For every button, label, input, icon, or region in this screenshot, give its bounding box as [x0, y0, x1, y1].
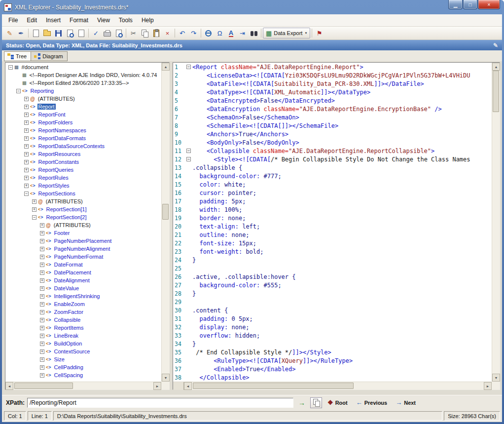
expand-toggle[interactable]: +: [24, 168, 29, 172]
menu-item-format[interactable]: Format: [65, 15, 93, 26]
goto-column-icon[interactable]: ⇥: [237, 28, 248, 39]
tree-node[interactable]: +<>PageNumberFormat: [5, 253, 161, 261]
tree-node[interactable]: +<>ReportNamespaces: [5, 126, 161, 134]
scroll-up-button[interactable]: ▲: [492, 63, 500, 71]
expand-toggle[interactable]: +: [40, 239, 44, 243]
collapse-toggle[interactable]: −: [16, 89, 21, 93]
save-icon[interactable]: [53, 28, 64, 39]
tree-node[interactable]: +<>ReportDataFormats: [5, 134, 161, 142]
scroll-track[interactable]: [13, 382, 153, 389]
tree-node[interactable]: +<>ReportStyles: [5, 182, 161, 190]
expand-toggle[interactable]: +: [40, 223, 44, 228]
tree-horizontal-scrollbar[interactable]: ◄ ►: [5, 382, 161, 389]
data-export-button[interactable]: ▦Data Export▼: [263, 28, 310, 39]
tree-node[interactable]: +<>PageNumberAlignment: [5, 245, 161, 253]
menu-item-insert[interactable]: Insert: [41, 15, 65, 26]
expand-toggle[interactable]: +: [40, 278, 44, 283]
cut-icon[interactable]: ✂: [128, 28, 139, 39]
tree-node[interactable]: +<>Collapsible: [5, 316, 161, 324]
print-icon[interactable]: [102, 28, 113, 39]
menu-item-file[interactable]: File: [4, 15, 22, 26]
tree-node[interactable]: +<>Size: [5, 355, 161, 363]
copy-icon[interactable]: [139, 28, 150, 39]
scroll-left-button[interactable]: ◄: [5, 382, 13, 390]
scroll-right-button[interactable]: ►: [484, 382, 492, 390]
expand-toggle[interactable]: +: [24, 176, 29, 180]
copy-xpath-button[interactable]: [310, 397, 322, 408]
tree-node[interactable]: +<>ReportFont: [5, 111, 161, 118]
validate-icon[interactable]: ✓: [90, 28, 102, 39]
xpath-go-button[interactable]: →: [296, 397, 308, 408]
tree-node[interactable]: +<>CellSpacing: [5, 371, 161, 379]
title-bar[interactable]: XML Explorer - Suitability_Investments.d…: [0, 0, 504, 14]
expand-toggle[interactable]: +: [40, 302, 44, 307]
expand-toggle[interactable]: +: [40, 334, 44, 338]
xpath-input[interactable]: [27, 398, 293, 408]
page-preview-icon[interactable]: [64, 28, 75, 39]
expand-toggle[interactable]: +: [40, 270, 44, 275]
close-button[interactable]: ×: [478, 0, 500, 9]
scroll-thumb[interactable]: [14, 383, 73, 389]
minimize-button[interactable]: ▁: [448, 0, 463, 9]
editor-horizontal-scrollbar[interactable]: ◄ ►: [173, 382, 492, 389]
expand-toggle[interactable]: +: [24, 152, 29, 156]
tree-node[interactable]: +<>ReportSection[1]: [5, 205, 161, 213]
fold-toggle[interactable]: −: [186, 157, 191, 161]
web-browser-icon[interactable]: [203, 28, 214, 39]
tree-node[interactable]: +<>DatePlacement: [5, 269, 161, 276]
delete-icon[interactable]: ×: [162, 28, 173, 39]
tree-node[interactable]: +<>DateAlignment: [5, 276, 161, 284]
find-icon[interactable]: [248, 28, 259, 39]
tree-vertical-scrollbar[interactable]: ▲ ▼: [161, 63, 169, 382]
tree-node[interactable]: +<>ReportDataSourceContexts: [5, 142, 161, 150]
collapse-toggle[interactable]: −: [24, 192, 29, 196]
maximize-button[interactable]: □: [463, 0, 477, 9]
scroll-track[interactable]: [162, 71, 169, 374]
scroll-down-button[interactable]: ▼: [492, 374, 500, 382]
pen-icon[interactable]: ✒: [15, 28, 27, 39]
tree-node[interactable]: +<>Footer: [5, 229, 161, 237]
tree-view[interactable]: −▤#document▤<!--Report Designer AJE Indi…: [5, 63, 161, 382]
scroll-track[interactable]: [192, 382, 484, 389]
undo-icon[interactable]: ↶: [177, 28, 188, 39]
expand-toggle[interactable]: +: [24, 120, 29, 125]
tree-node[interactable]: −<>Reporting: [5, 87, 161, 95]
root-button[interactable]: ❖ Root: [324, 399, 351, 406]
paste-icon[interactable]: [150, 28, 162, 39]
expand-toggle[interactable]: +: [40, 310, 44, 314]
tree-node[interactable]: +<>CellPadding: [5, 363, 161, 371]
fold-toggle[interactable]: −: [186, 149, 191, 153]
tree-node[interactable]: +<>ReportRules: [5, 174, 161, 182]
redo-icon[interactable]: ↷: [188, 28, 199, 39]
expand-toggle[interactable]: +: [40, 365, 44, 370]
expand-toggle[interactable]: +: [40, 357, 44, 362]
scroll-thumb[interactable]: [193, 383, 354, 389]
expand-toggle[interactable]: +: [24, 136, 29, 141]
report-designer-icon[interactable]: ✎: [4, 28, 15, 39]
special-characters-icon[interactable]: Ω: [214, 28, 225, 39]
tab-diagram[interactable]: Diagram: [31, 51, 68, 61]
expand-toggle[interactable]: +: [40, 231, 44, 235]
tree-node[interactable]: −▤#document: [5, 63, 161, 71]
tab-tree[interactable]: Tree: [4, 51, 31, 61]
pencil-icon[interactable]: ✎: [493, 42, 498, 49]
tree-node[interactable]: +<>ReportQueries: [5, 166, 161, 174]
scroll-up-button[interactable]: ▲: [162, 63, 170, 71]
editor-vertical-scrollbar[interactable]: ▲ ▼: [492, 63, 500, 382]
print-preview-icon[interactable]: [113, 28, 124, 39]
tree-node[interactable]: +<>BuildOption: [5, 340, 161, 347]
expand-toggle[interactable]: +: [24, 97, 29, 101]
scroll-down-button[interactable]: ▼: [162, 374, 170, 382]
tree-node[interactable]: +@(ATTRIBUTES): [5, 221, 161, 229]
expand-toggle[interactable]: +: [24, 144, 29, 149]
scroll-right-button[interactable]: ►: [153, 382, 161, 390]
collapse-toggle[interactable]: −: [32, 215, 36, 220]
expand-toggle[interactable]: +: [40, 342, 44, 346]
tree-node[interactable]: +<>PageNumberPlacement: [5, 237, 161, 245]
expand-toggle[interactable]: +: [40, 247, 44, 251]
font-color-icon[interactable]: A: [225, 28, 237, 39]
tree-node[interactable]: +@(ATTRIBUTES): [5, 197, 161, 205]
tree-node[interactable]: +<>DateValue: [5, 284, 161, 292]
tree-node[interactable]: +<>ReportItems: [5, 324, 161, 332]
next-button[interactable]: → Next: [393, 399, 419, 406]
